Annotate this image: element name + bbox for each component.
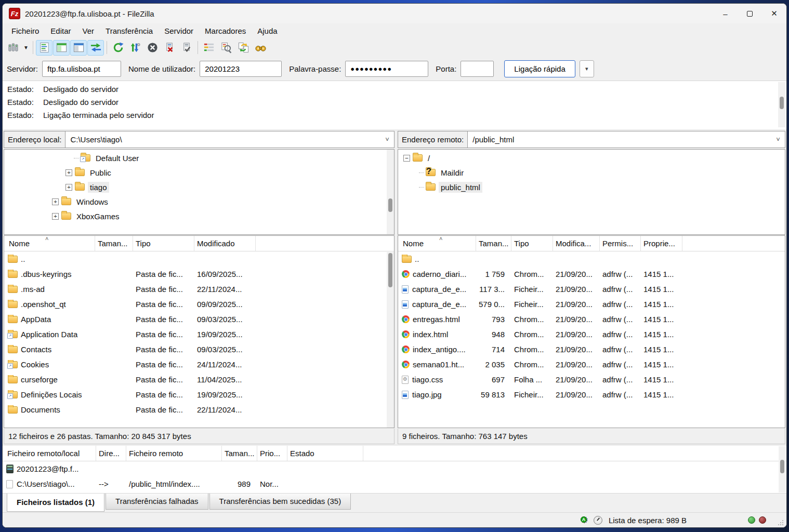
password-input[interactable]: [345, 61, 428, 77]
resize-grip[interactable]: [777, 519, 783, 525]
file-row[interactable]: .openshot_qt Pasta de fic...09/09/2025..…: [4, 297, 394, 312]
queue-scrollbar-thumb[interactable]: [780, 460, 784, 473]
column-header-permissoes[interactable]: Permis...: [600, 236, 641, 251]
column-header-modificado[interactable]: Modifica...: [553, 236, 600, 251]
maximize-button[interactable]: [738, 4, 762, 23]
file-row[interactable]: .ms-ad Pasta de fic...22/11/2024...: [4, 282, 394, 297]
tree-item-root[interactable]: − /: [398, 151, 785, 165]
filter-button[interactable]: [201, 40, 217, 56]
local-tree-scrollbar[interactable]: [387, 150, 394, 234]
tree-item-public[interactable]: + Public: [4, 165, 394, 180]
tree-item-windows[interactable]: + Windows: [4, 194, 394, 209]
tab-transferencias-bem-sucedidas[interactable]: Transferências bem sucedidas (35): [209, 494, 351, 510]
local-list-scrollbar[interactable]: [387, 252, 394, 428]
file-row[interactable]: curseforge Pasta de fic...11/04/2025...: [4, 372, 394, 387]
local-tree-scrollbar-thumb[interactable]: [388, 198, 392, 212]
tree-item-public-html[interactable]: public_html: [398, 180, 785, 194]
toggle-local-tree-button[interactable]: [53, 40, 70, 56]
file-row[interactable]: tiago.jpg 59 813Ficheir...21/09/20...adf…: [398, 387, 785, 402]
speed-limits-icon[interactable]: [594, 516, 602, 525]
toggle-transfer-queue-button[interactable]: [87, 40, 104, 56]
refresh-button[interactable]: [110, 40, 126, 56]
menu-ficheiro[interactable]: Ficheiro: [6, 25, 45, 37]
file-row[interactable]: entregas.html 793Chrom...21/09/20...adfr…: [398, 312, 785, 327]
username-input[interactable]: [200, 61, 282, 77]
toggle-remote-tree-button[interactable]: [70, 40, 87, 56]
column-header-prioridade[interactable]: Prio...: [257, 446, 287, 461]
quickconnect-dropdown[interactable]: ▾: [580, 60, 594, 77]
column-header-tamanho[interactable]: Taman...: [476, 236, 511, 251]
column-header-tamanho[interactable]: Taman...: [95, 236, 133, 251]
file-row[interactable]: Definições Locais Pasta de fic...19/09/2…: [4, 387, 394, 402]
file-row[interactable]: caderno_diari... 1 759Chrom...21/09/20..…: [398, 267, 785, 282]
remote-address-combobox[interactable]: /public_html: [468, 131, 771, 148]
file-row[interactable]: .dbus-keyrings Pasta de fic...16/09/2025…: [4, 267, 394, 282]
reconnect-button[interactable]: [178, 40, 195, 56]
tree-item-maildir[interactable]: Maildir: [398, 165, 785, 180]
column-header-ficheiro-remoto-local[interactable]: Ficheiro remoto/local: [3, 446, 96, 461]
chevron-down-icon[interactable]: ˅: [771, 131, 785, 148]
menu-ajuda[interactable]: Ajuda: [252, 25, 283, 37]
column-header-modificado[interactable]: Modificado: [194, 236, 256, 251]
tab-ficheiros-listados[interactable]: Ficheiros listados (1): [7, 494, 104, 512]
toggle-message-log-button[interactable]: [36, 40, 52, 56]
site-manager-button[interactable]: [5, 40, 21, 56]
minimize-button[interactable]: –: [713, 4, 738, 23]
local-address-combobox[interactable]: C:\Users\tiago\: [65, 131, 380, 148]
column-header-nome[interactable]: Nome˄: [4, 236, 95, 251]
tree-expander[interactable]: +: [65, 169, 72, 176]
file-row-parent[interactable]: ..: [398, 251, 785, 267]
local-list-scrollbar-thumb[interactable]: [388, 253, 392, 287]
process-queue-button[interactable]: [127, 40, 143, 56]
directory-comparison-button[interactable]: [218, 40, 234, 56]
file-row[interactable]: Documents Pasta de fic...22/11/2024...: [4, 402, 394, 417]
file-row[interactable]: Application Data Pasta de fic...19/09/20…: [4, 327, 394, 342]
log-scrollbar-thumb[interactable]: [780, 97, 784, 109]
file-row[interactable]: index_antigo.... 714Chrom...21/09/20...a…: [398, 342, 785, 357]
auto-transfer-mode-icon[interactable]: ⚙A: [580, 514, 591, 526]
find-files-button[interactable]: [252, 40, 269, 56]
file-row[interactable]: captura_de_e... 117 3...Ficheir...21/09/…: [398, 282, 785, 297]
menu-ver[interactable]: Ver: [77, 25, 100, 37]
file-row[interactable]: Cookies Pasta de fic...24/11/2024...: [4, 357, 394, 372]
file-row[interactable]: captura_de_e... 579 0...Ficheir...21/09/…: [398, 297, 785, 312]
tree-item-xboxgames[interactable]: + XboxGames: [4, 209, 394, 223]
chevron-down-icon[interactable]: ˅: [380, 131, 394, 148]
column-header-estado[interactable]: Estado: [287, 446, 363, 461]
tree-expander[interactable]: +: [52, 213, 59, 220]
menu-marcadores[interactable]: Marcadores: [199, 25, 252, 37]
tab-transferencias-falhadas[interactable]: Transferências falhadas: [106, 494, 208, 510]
port-input[interactable]: [461, 61, 494, 77]
queue-server-row[interactable]: 20201223@ftp.f...: [3, 461, 786, 476]
cancel-button[interactable]: [144, 40, 161, 56]
column-header-proprietario[interactable]: Proprie...: [641, 236, 682, 251]
tree-expander[interactable]: +: [52, 198, 59, 205]
disconnect-button[interactable]: [161, 40, 178, 56]
tree-expander[interactable]: −: [403, 155, 410, 162]
column-header-ficheiro-remoto[interactable]: Ficheiro remoto: [126, 446, 222, 461]
queue-file-row[interactable]: C:\Users\tiago\... -->/public_html/index…: [3, 476, 786, 491]
log-scrollbar[interactable]: [778, 82, 785, 127]
column-header-nome[interactable]: Nome˄: [398, 236, 476, 251]
file-row[interactable]: Contacts Pasta de fic...09/03/2025...: [4, 342, 394, 357]
menu-transferencia[interactable]: Transferência: [100, 25, 159, 37]
site-manager-dropdown[interactable]: ▼: [22, 40, 30, 56]
quickconnect-button[interactable]: Ligação rápida: [504, 60, 575, 77]
tree-item-tiago[interactable]: + tiago: [4, 180, 394, 194]
close-button[interactable]: ✕: [762, 4, 786, 23]
column-header-tipo[interactable]: Tipo: [511, 236, 553, 251]
column-header-tamanho[interactable]: Taman...: [222, 446, 257, 461]
file-row[interactable]: tiago.css 697Folha ...21/09/20...adfrw (…: [398, 372, 785, 387]
menu-editar[interactable]: Editar: [45, 25, 76, 37]
tree-expander[interactable]: +: [65, 184, 72, 191]
queue-scrollbar[interactable]: [779, 446, 786, 493]
server-input[interactable]: [42, 61, 121, 77]
column-header-direcao[interactable]: Dire...: [96, 446, 126, 461]
synchronized-browsing-button[interactable]: [235, 40, 252, 56]
file-row[interactable]: index.html 948Chrom...21/09/20...adfrw (…: [398, 327, 785, 342]
file-row[interactable]: AppData Pasta de fic...09/03/2025...: [4, 312, 394, 327]
file-row[interactable]: semana01.ht... 2 035Chrom...21/09/20...a…: [398, 357, 785, 372]
tree-item-default-user[interactable]: Default User: [4, 151, 394, 165]
menu-servidor[interactable]: Servidor: [159, 25, 199, 37]
column-header-tipo[interactable]: Tipo: [133, 236, 194, 251]
